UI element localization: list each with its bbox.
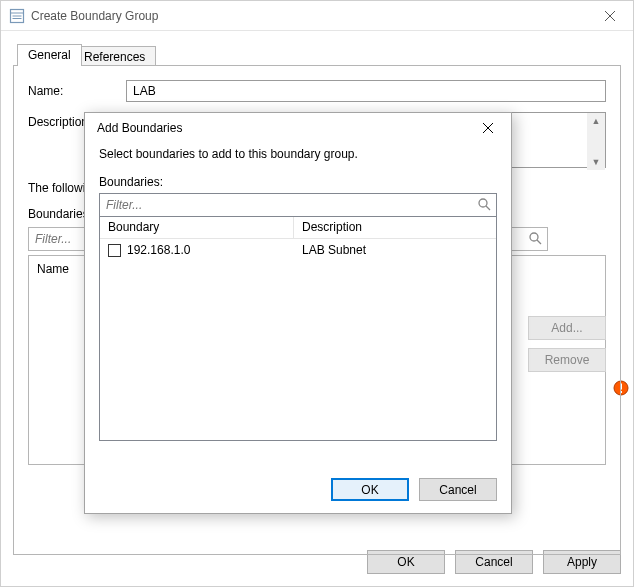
app-icon	[9, 8, 25, 24]
tab-general-label: General	[28, 48, 71, 62]
grid-row[interactable]: 192.168.1.0 LAB Subnet	[100, 239, 496, 261]
modal-filter-input[interactable]	[99, 193, 497, 217]
tab-references[interactable]: References	[73, 46, 156, 66]
close-icon	[483, 123, 493, 133]
modal-boundaries-label: Boundaries:	[99, 175, 497, 189]
main-apply-label: Apply	[567, 555, 597, 569]
scroll-down-icon: ▼	[587, 154, 605, 170]
row-checkbox[interactable]	[108, 244, 121, 257]
svg-point-13	[479, 199, 487, 207]
name-row: Name:	[28, 80, 606, 102]
add-button[interactable]: Add...	[528, 316, 606, 340]
col-boundary-label: Boundary	[108, 220, 159, 234]
svg-line-14	[486, 206, 490, 210]
search-icon[interactable]	[528, 231, 544, 247]
remove-button-label: Remove	[545, 353, 590, 367]
modal-cancel-label: Cancel	[439, 483, 476, 497]
col-boundary[interactable]: Boundary	[100, 217, 294, 238]
window-title: Create Boundary Group	[31, 9, 158, 23]
modal-ok-label: OK	[361, 483, 378, 497]
modal-cancel-button[interactable]: Cancel	[419, 478, 497, 501]
add-boundaries-dialog: Add Boundaries Select boundaries to add …	[84, 112, 512, 514]
search-icon[interactable]	[477, 197, 493, 213]
side-buttons: Add... Remove	[528, 316, 606, 372]
main-cancel-label: Cancel	[475, 555, 512, 569]
col-description[interactable]: Description	[294, 217, 496, 238]
scroll-up-icon: ▲	[587, 113, 605, 129]
tab-general[interactable]: General	[17, 44, 82, 66]
row-boundary: 192.168.1.0	[127, 243, 190, 257]
name-input[interactable]	[126, 80, 606, 102]
svg-line-7	[537, 240, 541, 244]
col-description-label: Description	[302, 220, 362, 234]
grid-header: Boundary Description	[100, 217, 496, 239]
description-scrollbar[interactable]: ▲ ▼	[587, 113, 605, 170]
modal-close-button[interactable]	[473, 113, 503, 143]
main-ok-label: OK	[397, 555, 414, 569]
close-icon	[605, 11, 615, 21]
modal-titlebar: Add Boundaries	[85, 113, 511, 143]
main-titlebar: Create Boundary Group	[1, 1, 633, 31]
name-label: Name:	[28, 84, 126, 98]
tab-strip: General References	[13, 44, 621, 66]
modal-ok-button[interactable]: OK	[331, 478, 409, 501]
boundaries-grid: Boundary Description 192.168.1.0 LAB Sub…	[99, 217, 497, 441]
modal-filter-wrap	[99, 193, 497, 217]
remove-button[interactable]: Remove	[528, 348, 606, 372]
tab-references-label: References	[84, 50, 145, 64]
svg-point-6	[530, 233, 538, 241]
window-close-button[interactable]	[587, 1, 633, 31]
add-button-label: Add...	[551, 321, 582, 335]
modal-title: Add Boundaries	[97, 121, 182, 135]
modal-buttons: OK Cancel	[331, 478, 497, 501]
modal-body: Select boundaries to add to this boundar…	[85, 143, 511, 441]
modal-instruction: Select boundaries to add to this boundar…	[99, 147, 497, 161]
row-description: LAB Subnet	[302, 243, 488, 257]
